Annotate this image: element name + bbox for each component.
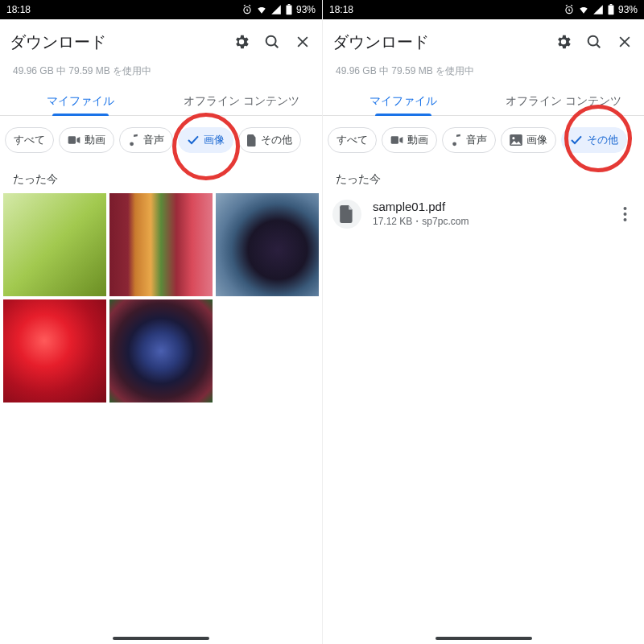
svg-rect-4 — [68, 136, 76, 143]
svg-point-3 — [266, 36, 276, 46]
tab-myfiles[interactable]: マイファイル — [0, 86, 161, 115]
alarm-icon — [242, 4, 253, 15]
file-meta: sample01.pdf 17.12 KB・sp7pc.com — [373, 200, 604, 229]
wifi-icon — [256, 4, 267, 15]
battery-pct: 93% — [296, 4, 316, 15]
search-button[interactable] — [262, 32, 282, 52]
panel-left: 18:18 93% ダウンロード 49.96 GB 中 79.59 MB を使用… — [0, 0, 322, 644]
audio-icon — [451, 134, 462, 147]
page-title: ダウンロード — [332, 31, 554, 53]
status-bar: 18:18 93% — [0, 0, 322, 19]
svg-rect-2 — [288, 4, 291, 5]
thumbnail[interactable] — [3, 299, 106, 402]
image-icon — [510, 134, 522, 146]
chip-label: その他 — [587, 133, 618, 147]
filter-chips: すべて 動画 音声 画像 その他 — [323, 116, 644, 161]
svg-rect-7 — [608, 5, 613, 14]
section-justnow: たった今 — [323, 161, 644, 193]
wifi-icon — [578, 4, 589, 15]
tab-offline[interactable]: オフライン コンテンツ — [484, 86, 645, 115]
svg-point-5 — [130, 142, 134, 146]
section-justnow: たった今 — [0, 161, 322, 193]
chip-label: 画像 — [204, 133, 225, 147]
storage-usage: 49.96 GB 中 79.59 MB を使用中 — [0, 64, 322, 86]
chip-label: 音声 — [143, 133, 164, 147]
video-icon — [68, 134, 80, 146]
svg-rect-8 — [610, 4, 613, 5]
settings-button[interactable] — [232, 32, 251, 52]
nav-bar[interactable] — [323, 633, 644, 644]
chip-label: 画像 — [526, 133, 547, 147]
audio-icon — [128, 134, 139, 147]
chip-audio[interactable]: 音声 — [119, 127, 173, 153]
alarm-icon — [564, 4, 575, 15]
search-button[interactable] — [584, 32, 604, 52]
svg-point-9 — [588, 36, 598, 46]
panel-right: 18:18 93% ダウンロード 49.96 GB 中 79.59 MB を使用… — [322, 0, 644, 644]
svg-point-16 — [623, 218, 626, 221]
thumbnail[interactable] — [109, 193, 213, 296]
video-icon — [390, 134, 403, 146]
storage-usage: 49.96 GB 中 79.59 MB を使用中 — [323, 64, 644, 86]
image-grid — [0, 193, 322, 402]
chip-image[interactable]: 画像 — [501, 127, 556, 153]
chip-label: 動画 — [407, 133, 428, 147]
svg-point-15 — [623, 213, 626, 216]
chip-other[interactable]: その他 — [238, 127, 301, 153]
page-title: ダウンロード — [10, 31, 232, 53]
filter-chips: すべて 動画 音声 画像 その他 — [0, 116, 322, 161]
file-type-icon — [332, 200, 361, 229]
chip-label: 動画 — [85, 133, 105, 147]
status-bar: 18:18 93% — [323, 0, 644, 19]
file-more-button[interactable] — [615, 207, 634, 221]
tab-myfiles[interactable]: マイファイル — [323, 86, 484, 115]
close-button[interactable] — [615, 32, 634, 52]
chip-label: 音声 — [466, 133, 487, 147]
signal-icon — [592, 4, 604, 15]
thumbnail[interactable] — [216, 193, 319, 296]
chip-image[interactable]: 画像 — [178, 127, 233, 153]
tabs: マイファイル オフライン コンテンツ — [323, 86, 644, 116]
chip-other[interactable]: その他 — [561, 127, 627, 153]
svg-point-13 — [512, 137, 514, 139]
battery-pct: 93% — [618, 4, 638, 15]
chip-video[interactable]: 動画 — [59, 127, 114, 153]
svg-rect-10 — [391, 136, 398, 143]
file-icon — [247, 134, 257, 147]
chip-video[interactable]: 動画 — [382, 127, 437, 153]
close-button[interactable] — [293, 32, 312, 52]
file-row[interactable]: sample01.pdf 17.12 KB・sp7pc.com — [323, 193, 644, 235]
statusbar-time: 18:18 — [6, 4, 242, 15]
app-header: ダウンロード — [323, 19, 644, 64]
settings-button[interactable] — [554, 32, 573, 52]
chip-all[interactable]: すべて — [5, 127, 54, 153]
svg-point-14 — [623, 207, 626, 210]
signal-icon — [270, 4, 282, 15]
battery-icon — [285, 4, 293, 15]
chip-label: その他 — [261, 133, 292, 147]
chip-all[interactable]: すべて — [328, 127, 377, 153]
tabs: マイファイル オフライン コンテンツ — [0, 86, 322, 116]
statusbar-time: 18:18 — [329, 4, 564, 15]
chip-label: すべて — [336, 133, 368, 147]
file-subtitle: 17.12 KB・sp7pc.com — [373, 215, 604, 229]
thumbnail[interactable] — [109, 299, 213, 402]
check-icon — [187, 134, 200, 146]
svg-rect-1 — [286, 5, 291, 14]
battery-icon — [607, 4, 615, 15]
chip-label: すべて — [14, 133, 45, 147]
tab-offline[interactable]: オフライン コンテンツ — [161, 86, 322, 115]
nav-bar[interactable] — [0, 633, 322, 644]
check-icon — [570, 134, 583, 146]
file-name: sample01.pdf — [373, 200, 604, 213]
app-header: ダウンロード — [0, 19, 322, 64]
chip-audio[interactable]: 音声 — [442, 127, 496, 153]
thumbnail[interactable] — [3, 193, 106, 296]
svg-point-11 — [452, 142, 456, 146]
